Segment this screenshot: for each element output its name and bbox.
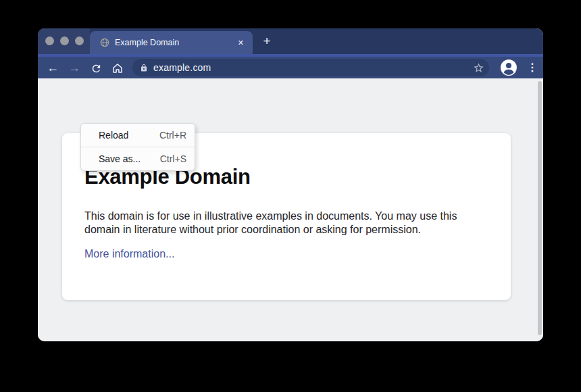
- forward-button[interactable]: →: [65, 58, 84, 77]
- menu-item-label: Reload: [99, 130, 128, 141]
- url-text: example.com: [153, 62, 473, 73]
- profile-avatar-button[interactable]: [500, 59, 517, 76]
- menu-item-shortcut: Ctrl+R: [159, 130, 186, 141]
- tab-title: Example Domain: [115, 38, 238, 47]
- globe-favicon-icon: [100, 38, 109, 47]
- back-button[interactable]: ←: [43, 58, 62, 77]
- body-text-line: This domain is for use in illustrative e…: [84, 210, 457, 223]
- tab-close-icon[interactable]: ✕: [238, 39, 244, 47]
- window-controls: [38, 28, 90, 54]
- browser-toolbar: ← → example.com: [38, 57, 543, 78]
- tab-strip: Example Domain ✕ +: [38, 28, 543, 54]
- reload-button[interactable]: [86, 58, 105, 77]
- body-text-line: domain in literature without prior coord…: [84, 223, 457, 237]
- body-text: This domain is for use in illustrative e…: [84, 210, 457, 237]
- new-tab-button[interactable]: +: [259, 34, 275, 50]
- avatar-icon: [500, 59, 517, 76]
- page-viewport: Example Domain This domain is for use in…: [38, 78, 543, 341]
- reload-icon: [91, 63, 102, 74]
- window-close-button[interactable]: [45, 36, 54, 45]
- more-information-link[interactable]: More information...: [84, 247, 174, 261]
- context-menu: Reload Ctrl+R Save as... Ctrl+S: [80, 123, 195, 171]
- context-menu-item-save-as[interactable]: Save as... Ctrl+S: [81, 147, 195, 170]
- menu-item-shortcut: Ctrl+S: [160, 153, 186, 164]
- home-icon: [111, 62, 124, 74]
- lock-icon[interactable]: [140, 64, 148, 72]
- window-maximize-button[interactable]: [75, 36, 84, 45]
- menu-item-label: Save as...: [99, 153, 141, 164]
- address-bar[interactable]: example.com: [132, 59, 489, 76]
- browser-window: Example Domain ✕ + ← → example.com: [38, 28, 543, 341]
- scrollbar-track[interactable]: [537, 80, 542, 337]
- context-menu-item-reload[interactable]: Reload Ctrl+R: [81, 124, 195, 147]
- window-minimize-button[interactable]: [60, 36, 69, 45]
- home-button[interactable]: [108, 58, 127, 77]
- browser-menu-button[interactable]: ⋮: [524, 59, 540, 76]
- bookmark-star-icon[interactable]: [473, 62, 484, 74]
- tab-example-domain[interactable]: Example Domain ✕: [90, 31, 253, 54]
- scrollbar-thumb[interactable]: [538, 81, 542, 335]
